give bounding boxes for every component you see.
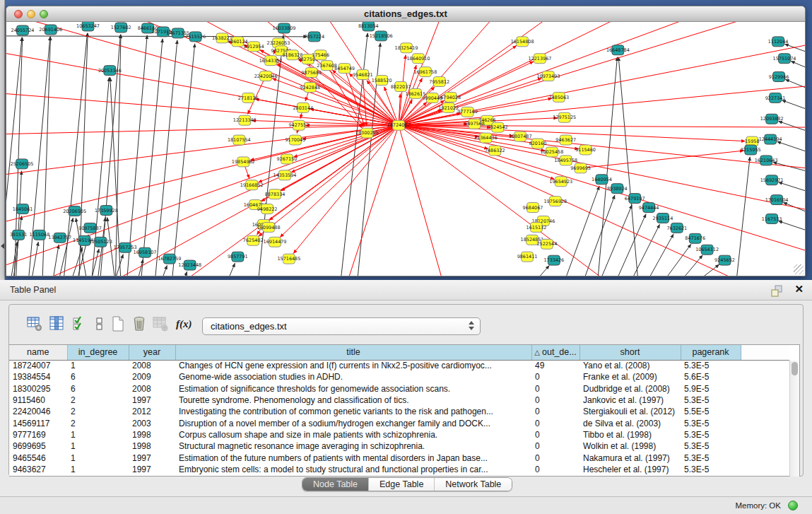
graph-edge[interactable] [630, 224, 659, 276]
close-panel-icon[interactable]: ✕ [794, 283, 804, 296]
tab-node-table[interactable]: Node Table [302, 478, 368, 491]
column-header-name[interactable]: name [9, 345, 67, 360]
table-cell[interactable]: 1 [67, 429, 129, 440]
table-cell[interactable]: Genome-wide association studies in ADHD. [175, 371, 531, 382]
graph-node[interactable]: 1527602 [111, 23, 131, 33]
table-row[interactable]: 1456911722003Disruption of a novel membe… [9, 417, 789, 428]
graph-node[interactable]: 16961758 [413, 67, 437, 77]
table-cell[interactable]: 0 [531, 383, 579, 395]
graph-node[interactable]: 90975887 [78, 223, 102, 233]
table-cell[interactable]: 2 [67, 395, 129, 406]
table-cell[interactable]: 0 [531, 417, 579, 428]
table-row[interactable]: 946362711997Embryonic stem cells: a mode… [9, 464, 789, 475]
graph-edge[interactable] [52, 245, 59, 276]
graph-node[interactable]: 391531 [10, 230, 28, 240]
graph-edge[interactable] [582, 195, 615, 276]
graph-node[interactable]: 16543352 [259, 56, 283, 66]
graph-edge[interactable] [58, 218, 73, 276]
graph-edge[interactable] [618, 57, 638, 276]
graph-node[interactable]: 18495758 [554, 156, 577, 165]
graph-node[interactable]: 12444194 [759, 134, 782, 144]
graph-node[interactable]: 9170045 [285, 135, 305, 145]
table-cell[interactable]: 18724007 [9, 360, 67, 371]
graph-node[interactable]: 7486322 [485, 146, 505, 156]
table-cell[interactable]: 5.3E-5 [681, 464, 741, 475]
tab-edge-table[interactable]: Edge Table [368, 478, 434, 491]
window-titlebar[interactable]: citations_edges.txt [6, 6, 805, 22]
graph-edge[interactable] [172, 44, 195, 276]
create-column-icon[interactable] [110, 315, 126, 332]
graph-node[interactable]: 8215955 [741, 145, 761, 155]
table-cell[interactable]: 0 [531, 440, 579, 452]
graph-node[interactable]: 6479197 [625, 194, 645, 204]
table-cell[interactable]: 9777169 [9, 429, 67, 440]
table-cell[interactable]: 9115460 [9, 395, 67, 406]
table-cell[interactable]: 5.3E-5 [681, 395, 741, 406]
table-cell[interactable]: 5.3E-5 [681, 417, 741, 428]
table-cell[interactable]: Disruption of a novel member of a sodium… [175, 417, 531, 428]
memory-status-indicator[interactable] [788, 501, 798, 510]
graph-edge[interactable] [90, 249, 99, 276]
table-cell[interactable]: Nakamura et al. (1997) [579, 452, 681, 463]
table-cell[interactable]: Corpus callosum shape and size in male p… [175, 429, 531, 440]
graph-edge[interactable] [6, 36, 307, 37]
function-builder-icon[interactable]: f(x) [176, 315, 193, 332]
graph-edge[interactable] [6, 125, 399, 271]
table-cell[interactable]: 18300295 [9, 383, 67, 395]
graph-node[interactable]: 1167533 [762, 214, 782, 223]
graph-node[interactable]: 1112044 [768, 37, 789, 47]
show-columns-icon[interactable] [49, 315, 66, 332]
graph-edge[interactable] [777, 141, 805, 156]
graph-node[interactable]: 12213349 [233, 115, 257, 125]
table-cell[interactable]: Embryonic stem cells: a model to study s… [175, 464, 531, 475]
graph-node[interactable]: 9777169 [457, 107, 478, 117]
table-cell[interactable]: 5.3E-5 [681, 429, 741, 440]
graph-edge[interactable] [678, 255, 702, 276]
table-cell[interactable]: 5.6E-5 [681, 371, 741, 382]
graph-node[interactable]: 9857791 [228, 252, 248, 262]
graph-node[interactable]: 175466 [312, 50, 329, 60]
table-cell[interactable]: 9699695 [9, 440, 67, 452]
window-resize-grip[interactable] [794, 264, 804, 274]
table-cell[interactable]: 2008 [129, 383, 175, 395]
graph-node[interactable]: 2935114 [653, 213, 673, 223]
table-cell[interactable]: 0 [531, 406, 579, 417]
float-panel-icon[interactable] [770, 284, 784, 298]
graph-edge[interactable] [599, 205, 632, 276]
column-header-year[interactable]: year [129, 345, 175, 360]
table-row[interactable]: 2242004622012Investigating the contribut… [9, 406, 789, 417]
table-cell[interactable]: Jankovic et al. (1997) [579, 395, 681, 406]
graph-node[interactable]: 7955812 [429, 77, 449, 87]
table-cell[interactable]: 19384554 [9, 371, 67, 382]
table-cell[interactable]: 49 [531, 360, 579, 371]
delete-column-icon[interactable] [131, 315, 148, 332]
graph-edge[interactable] [532, 266, 549, 276]
table-cell[interactable]: Estimation of significance thresholds fo… [175, 383, 531, 395]
table-cell[interactable]: Investigating the contribution of common… [175, 406, 531, 417]
graph-node[interactable]: 7485063 [548, 92, 569, 102]
graph-edge[interactable] [662, 244, 691, 276]
graph-edge[interactable] [182, 271, 187, 276]
graph-node[interactable]: 8471676 [685, 233, 705, 243]
graph-node[interactable]: 20206505 [63, 206, 86, 216]
table-cell[interactable]: 1 [67, 464, 129, 475]
graph-node[interactable]: 18325419 [395, 43, 418, 53]
graph-edge[interactable] [782, 100, 805, 114]
graph-node[interactable]: 2803144 [293, 103, 313, 112]
graph-edge[interactable] [597, 57, 617, 276]
graph-node[interactable]: 8813054 [358, 22, 379, 31]
graph-node[interactable]: 12975125 [553, 112, 576, 122]
graph-node[interactable]: 9546821 [353, 70, 373, 80]
graph-node[interactable]: 25206505 [11, 159, 34, 169]
graph-node[interactable]: 7632621 [666, 223, 687, 233]
table-cell[interactable]: de Silva et al. (2003) [579, 417, 681, 428]
graph-edge[interactable] [13, 216, 22, 276]
table-cell[interactable]: 5.9E-5 [681, 383, 741, 395]
table-cell[interactable]: 5.3E-5 [681, 360, 741, 371]
table-cell[interactable]: 6 [67, 383, 129, 395]
table-cell[interactable]: 0 [531, 464, 579, 475]
table-cell[interactable]: 6 [67, 371, 129, 382]
graph-node[interactable]: 20691406 [39, 25, 62, 35]
table-scrollbar[interactable] [789, 361, 799, 477]
table-row[interactable]: 1872400712008Changes of HCN gene express… [9, 360, 789, 371]
